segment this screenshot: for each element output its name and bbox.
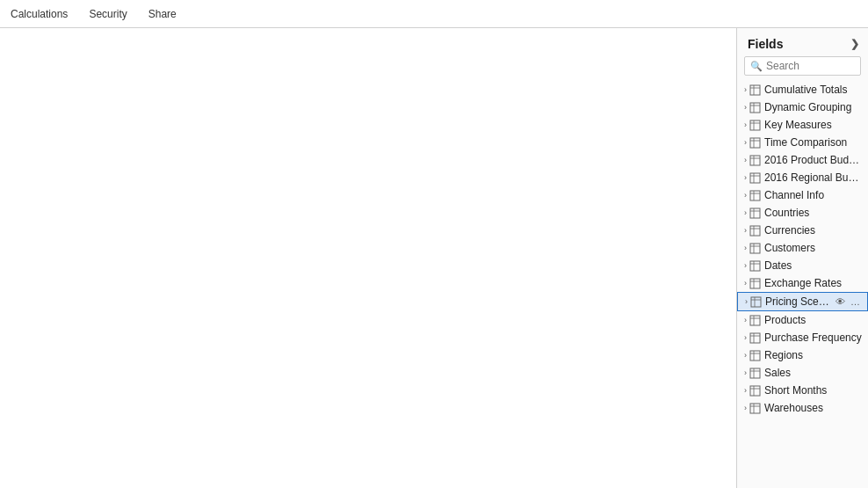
- field-item-exchange-rates[interactable]: › Exchange Rates: [737, 274, 868, 292]
- chevron-icon: ›: [744, 173, 747, 182]
- chevron-icon: ›: [744, 333, 747, 342]
- field-label: Exchange Rates: [764, 277, 842, 289]
- field-item-products[interactable]: › Products: [737, 311, 868, 329]
- svg-rect-51: [750, 386, 760, 396]
- fields-title: Fields: [748, 37, 783, 51]
- chevron-icon: ›: [744, 316, 747, 324]
- table-icon: [749, 403, 761, 414]
- table-icon: [749, 350, 761, 361]
- svg-rect-12: [750, 156, 760, 165]
- field-label: Countries: [764, 207, 809, 219]
- table-icon: [749, 137, 761, 149]
- field-label: 2016 Product Budgets: [764, 154, 863, 166]
- chevron-icon: ›: [744, 279, 747, 288]
- svg-rect-15: [750, 173, 760, 183]
- field-item-channel-info[interactable]: › Channel Info: [737, 186, 868, 204]
- field-label: Short Months: [764, 384, 827, 397]
- chevron-icon: ›: [744, 261, 747, 270]
- field-item-warehouses[interactable]: › Warehouses: [737, 399, 868, 417]
- field-label: Key Measures: [764, 119, 832, 131]
- chevron-icon: ›: [744, 404, 747, 412]
- table-icon: [749, 260, 761, 272]
- svg-rect-48: [750, 368, 760, 378]
- field-label: Regions: [764, 349, 803, 361]
- field-label: Sales: [764, 367, 791, 379]
- canvas-area: [0, 28, 736, 488]
- svg-rect-27: [750, 244, 760, 253]
- chevron-icon: ›: [744, 208, 747, 217]
- svg-rect-18: [750, 191, 760, 200]
- field-label: Cumulative Totals: [764, 84, 848, 96]
- fields-header: Fields ❯: [737, 28, 868, 56]
- field-label: Dates: [764, 259, 792, 272]
- chevron-icon: ›: [744, 138, 747, 147]
- field-item-currencies[interactable]: › Currencies: [737, 222, 868, 239]
- svg-rect-36: [751, 297, 761, 307]
- field-item-budget-2016[interactable]: › 2016 Product Budgets: [737, 151, 868, 169]
- svg-rect-24: [750, 226, 760, 236]
- field-label: Customers: [764, 242, 815, 254]
- chevron-icon: ›: [744, 103, 747, 112]
- field-item-purchase-frequency[interactable]: › Purchase Frequency: [737, 329, 868, 346]
- field-label: Currencies: [764, 224, 815, 237]
- field-item-dynamic-grouping[interactable]: › Dynamic Grouping: [737, 98, 868, 116]
- eye-icon[interactable]: 👁: [834, 296, 847, 307]
- field-label: Time Comparison: [764, 136, 847, 149]
- chevron-icon: ›: [744, 386, 747, 395]
- field-label: Channel Info: [764, 189, 824, 201]
- fields-list: › Cumulative Totals › Dynamic Grouping ›…: [737, 81, 868, 488]
- table-icon: [749, 385, 761, 397]
- table-icon: [749, 278, 761, 289]
- chevron-icon: ›: [744, 120, 747, 129]
- chevron-icon: ›: [744, 226, 747, 235]
- table-icon: [749, 172, 761, 184]
- field-item-time-comparison[interactable]: › Time Comparison: [737, 134, 868, 151]
- field-actions: 👁 …: [834, 296, 862, 307]
- field-item-dates[interactable]: › Dates: [737, 257, 868, 274]
- chevron-icon: ›: [744, 244, 747, 252]
- field-item-sales[interactable]: › Sales: [737, 364, 868, 382]
- table-icon: [749, 155, 761, 166]
- chevron-icon: ›: [744, 156, 747, 164]
- field-label: Pricing Scenarios: [765, 295, 834, 308]
- field-label: 2016 Regional Budget: [764, 171, 863, 184]
- fields-expand-icon[interactable]: ❯: [850, 38, 859, 50]
- svg-rect-42: [750, 333, 760, 343]
- field-item-regional-budget-2016[interactable]: › 2016 Regional Budget: [737, 169, 868, 186]
- more-icon[interactable]: …: [849, 296, 862, 307]
- table-icon: [749, 84, 761, 96]
- field-label: Dynamic Grouping: [764, 101, 851, 113]
- main-area: Fields ❯ 🔍 › Cumulative Totals › Dynamic…: [0, 28, 868, 488]
- svg-rect-6: [750, 120, 760, 130]
- table-icon: [749, 368, 761, 379]
- toolbar-share[interactable]: Share: [145, 6, 180, 22]
- svg-rect-0: [750, 85, 760, 95]
- toolbar-calculations[interactable]: Calculations: [7, 6, 71, 22]
- fields-search-box[interactable]: 🔍: [744, 56, 861, 76]
- field-item-cumulative-totals[interactable]: › Cumulative Totals: [737, 81, 868, 98]
- svg-rect-45: [750, 351, 760, 361]
- svg-rect-9: [750, 138, 760, 148]
- svg-rect-21: [750, 208, 760, 218]
- svg-rect-3: [750, 103, 760, 113]
- chevron-icon: ›: [744, 351, 747, 360]
- chevron-icon: ›: [744, 191, 747, 200]
- fields-panel: Fields ❯ 🔍 › Cumulative Totals › Dynamic…: [736, 28, 868, 488]
- toolbar-security[interactable]: Security: [85, 6, 130, 22]
- table-icon: [749, 243, 761, 254]
- search-input[interactable]: [766, 60, 855, 72]
- field-item-short-months[interactable]: › Short Months: [737, 382, 868, 399]
- field-item-customers[interactable]: › Customers: [737, 239, 868, 257]
- table-icon: [750, 296, 762, 308]
- field-item-countries[interactable]: › Countries: [737, 204, 868, 222]
- table-icon: [749, 315, 761, 326]
- table-icon: [749, 225, 761, 237]
- svg-rect-33: [750, 279, 760, 288]
- chevron-icon: ›: [745, 297, 748, 306]
- field-item-key-measures[interactable]: › Key Measures: [737, 116, 868, 134]
- table-icon: [749, 190, 761, 201]
- svg-rect-30: [750, 261, 760, 271]
- field-item-pricing-scenarios[interactable]: › Pricing Scenarios 👁 …: [737, 292, 868, 311]
- field-item-regions[interactable]: › Regions: [737, 346, 868, 364]
- field-label: Warehouses: [764, 402, 823, 414]
